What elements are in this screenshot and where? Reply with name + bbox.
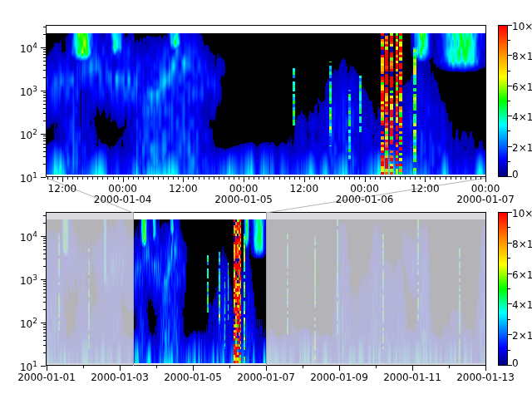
colorbar-tick-label: 6×107 [512, 79, 532, 93]
y-minor-tick [43, 144, 46, 145]
y-major-tick [41, 47, 46, 48]
x-minor-tick [376, 366, 377, 368]
y-major-tick [41, 323, 46, 323]
y-minor-tick [43, 164, 46, 165]
x-minor-tick [229, 177, 229, 180]
colorbar-minor-tick [508, 40, 510, 41]
x-minor-tick [339, 177, 340, 180]
y-minor-tick [43, 57, 46, 58]
colorbar-tick-label: 2×107 [512, 328, 532, 342]
x-minor-tick [148, 177, 149, 180]
x-minor-tick [299, 177, 300, 180]
x-minor-tick [153, 177, 154, 180]
x-minor-tick [239, 177, 239, 180]
colorbar-tick-label: 2×107 [512, 140, 532, 154]
y-major-tick [41, 134, 46, 135]
x-minor-tick [415, 177, 416, 180]
y-minor-tick [43, 286, 46, 287]
x-minor-tick [82, 177, 83, 180]
x-minor-tick [349, 177, 350, 180]
x-minor-tick [390, 177, 391, 180]
selection-region[interactable] [133, 212, 266, 366]
x-minor-tick [289, 177, 290, 180]
x-minor-tick [420, 177, 421, 180]
x-minor-tick [156, 366, 157, 368]
x-minor-tick [118, 177, 119, 180]
colorbar-minor-tick [508, 227, 510, 228]
y-minor-tick [43, 324, 46, 325]
x-minor-tick [370, 177, 371, 180]
x-minor-tick [72, 177, 73, 180]
y-minor-tick [43, 329, 46, 330]
colorbar-tick-label: 10×107 [512, 205, 532, 219]
x-minor-tick [309, 177, 310, 180]
x-minor-tick [173, 177, 174, 180]
y-tick-label: 104 [9, 229, 37, 244]
x-minor-tick [354, 177, 355, 180]
y-minor-tick [43, 151, 46, 152]
colorbar-minor-tick [508, 350, 510, 351]
x-minor-tick [446, 177, 446, 180]
x-major-tick [47, 366, 47, 371]
x-minor-tick [128, 177, 129, 180]
y-minor-tick [43, 336, 46, 337]
x-minor-tick [204, 177, 204, 180]
x-major-tick [339, 366, 340, 371]
y-minor-tick [43, 70, 46, 71]
colorbar-tick-label: 8×107 [512, 48, 532, 62]
y-minor-tick [43, 77, 46, 78]
x-minor-tick [57, 177, 58, 180]
colorbar-minor-tick [508, 258, 510, 259]
y-major-tick [41, 91, 46, 91]
x-minor-tick [480, 177, 481, 180]
colorbar-tick-label: 0 [512, 170, 519, 180]
x-tick-label: 2000-01-13 [448, 372, 523, 383]
x-major-tick [485, 177, 486, 182]
y-minor-tick [43, 97, 46, 98]
x-minor-tick [385, 177, 386, 180]
x-minor-tick [344, 177, 345, 180]
x-minor-tick [214, 177, 214, 180]
y-minor-tick [43, 65, 46, 66]
y-minor-tick [43, 61, 46, 62]
x-major-tick [365, 177, 366, 182]
x-minor-tick [268, 177, 269, 180]
x-minor-tick [219, 177, 219, 180]
x-tick-label: 2000-01-03 [82, 372, 157, 383]
x-minor-tick [273, 177, 274, 180]
x-tick-label: 2000-01-05 [155, 372, 230, 383]
x-minor-tick [178, 177, 179, 180]
y-minor-tick [43, 140, 46, 141]
y-minor-tick [43, 92, 46, 93]
x-minor-tick [334, 177, 335, 180]
x-minor-tick [324, 177, 325, 180]
y-minor-tick [43, 238, 46, 239]
x-minor-tick [83, 366, 84, 368]
x-minor-tick [435, 177, 436, 180]
x-minor-tick [163, 177, 164, 180]
x-minor-tick [102, 177, 103, 180]
colorbar-minor-tick [508, 71, 510, 71]
x-minor-tick [97, 177, 98, 180]
x-minor-tick [461, 177, 461, 180]
y-tick-label: 103 [9, 84, 37, 98]
x-minor-tick [199, 177, 200, 180]
fade-overlay-left [47, 213, 133, 365]
y-minor-tick [43, 240, 46, 241]
x-minor-tick [249, 177, 249, 180]
x-minor-tick [87, 177, 88, 180]
y-minor-tick [43, 49, 46, 50]
x-minor-tick [143, 177, 144, 180]
x-minor-tick [380, 177, 381, 180]
x-tick-label: 2000-01-09 [302, 372, 377, 383]
detail-spectrogram-canvas[interactable] [47, 33, 485, 175]
colorbar-top [498, 25, 508, 177]
y-minor-tick [43, 113, 46, 114]
x-major-tick [123, 177, 124, 182]
y-minor-tick [43, 108, 46, 109]
x-minor-tick [400, 177, 401, 180]
fade-overlay-right [266, 213, 485, 365]
x-tick-label: 00:002000-01-07 [448, 184, 523, 205]
x-major-tick [412, 366, 413, 371]
x-tick-label: 2000-01-11 [375, 372, 450, 383]
